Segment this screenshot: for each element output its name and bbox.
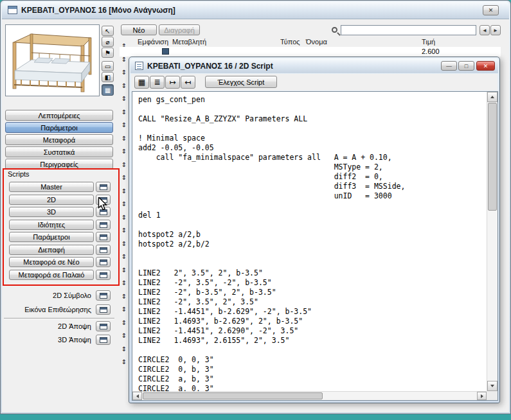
left-panel-separator (4, 318, 114, 319)
table-row[interactable]: 2.600 (120, 47, 501, 57)
row-drag-handle[interactable]: ⇕ (120, 132, 129, 146)
column-header-variable[interactable]: Μεταβλητή (172, 38, 206, 46)
window-icon (100, 337, 107, 343)
row-drag-handle[interactable]: ⇕ (120, 317, 129, 330)
script-open-window-button-interface[interactable] (96, 245, 111, 255)
outdent-tool-button[interactable]: ↤ (181, 76, 195, 89)
script-open-window-button-backward-migration[interactable] (96, 270, 111, 280)
horizontal-scrollbar[interactable] (132, 391, 487, 400)
horizontal-scroll-thumb[interactable] (143, 392, 323, 399)
delete-parameter-button[interactable]: Διαγραφή (159, 24, 200, 35)
script-button-forward-migration[interactable]: Μεταφορά σε Νέο (9, 257, 94, 267)
script-button-parameters[interactable]: Παράμετροι (9, 232, 94, 242)
main-titlebar[interactable]: ΚΡΕΒΑΤΙ_ΟΥΡΑΝΟΣ 16 [Μόνο Ανάγνωση] ✕ (2, 2, 509, 19)
nav-button-parameters[interactable]: Παράμετροι (5, 122, 113, 133)
row-drag-handle[interactable]: ⇕ (120, 171, 129, 185)
row-drag-handle[interactable]: ⇕ (120, 356, 129, 369)
nav-button-components[interactable]: Συστατικά (5, 146, 113, 157)
nav-button-migration[interactable]: Μεταφορά (5, 134, 113, 145)
2d-view-label: 2D Άποψη (5, 321, 94, 331)
search-input[interactable] (341, 25, 476, 35)
script-row-3d: 3D (9, 207, 111, 217)
column-header-display[interactable]: Εμφάνιση (138, 38, 168, 46)
script-open-window-button-3d[interactable] (96, 207, 111, 217)
outdent-icon: ↤ (184, 78, 191, 87)
script-open-window-button-parameters[interactable] (96, 232, 111, 242)
row-drag-handle[interactable]: ⇕ (120, 238, 129, 251)
row-drag-handle[interactable]: ⇕ (120, 159, 129, 172)
preview-ellipse-tool[interactable]: ⌀ (102, 37, 114, 47)
row-drag-handle[interactable]: ⇕ (120, 66, 129, 80)
preview-flag-tool[interactable]: ⚑ (102, 48, 114, 58)
main-window-title: ΚΡΕΒΑΤΙ_ΟΥΡΑΝΟΣ 16 [Μόνο Ανάγνωση] (21, 6, 175, 15)
preview-shaded-box-tool[interactable]: ◧ (102, 72, 114, 82)
window-icon (100, 184, 107, 190)
scroll-up-button[interactable] (487, 92, 498, 102)
open-preview-picture-window-button[interactable] (96, 304, 111, 315)
script-window-icon (135, 62, 143, 70)
vertical-scrollbar[interactable] (487, 92, 498, 391)
row-drag-handle[interactable]: ⇕ (120, 185, 129, 198)
row-drag-handle[interactable]: ⇕ (120, 343, 129, 356)
script-open-window-button-properties[interactable] (96, 220, 111, 230)
vertical-scroll-thumb[interactable] (488, 103, 497, 211)
script-code[interactable]: pen gs_cont_pen CALL "Resize_A_B_ZZYZX" … (138, 95, 405, 394)
script-open-window-button-forward-migration[interactable] (96, 257, 111, 267)
script-window-maximize-button[interactable]: □ (458, 61, 474, 71)
open-2d-view-window-button[interactable] (96, 321, 111, 331)
row-drag-handle[interactable]: ⇕ (120, 80, 129, 93)
column-header-type[interactable]: Τύπος (280, 38, 300, 46)
list-tool-button[interactable]: ≣ (150, 76, 165, 89)
preview-grid-tool[interactable]: ▦ (102, 84, 114, 96)
preview-pointer-tool[interactable]: ↖ (102, 26, 114, 36)
scroll-right-button[interactable] (477, 392, 487, 400)
main-close-button[interactable]: ✕ (483, 5, 499, 15)
script-window-minimize-button[interactable]: — (441, 61, 457, 71)
preview-box-tool[interactable]: ▭ (102, 61, 114, 71)
row-drag-handle[interactable]: ⇕ (120, 290, 129, 304)
row-drag-handle[interactable]: ⇕ (120, 119, 129, 132)
row-drag-handle[interactable]: ⇕ (120, 211, 129, 225)
open-2d-symbol-window-button[interactable] (96, 290, 111, 301)
row-drag-handle[interactable]: ⇕ (120, 145, 129, 159)
script-open-window-button-2d[interactable] (96, 195, 111, 205)
column-header-value[interactable]: Τιμή (422, 38, 435, 46)
row-drag-handle[interactable]: ⇕ (120, 198, 129, 211)
indent-tool-button[interactable]: ↦ (165, 76, 180, 89)
row-drag-handle[interactable]: ⇕ (120, 106, 129, 119)
script-editor-area[interactable]: pen gs_cont_pen CALL "Resize_A_B_ZZYZX" … (132, 91, 498, 401)
nav-button-details[interactable]: Λεπτομέρειες (5, 110, 113, 121)
row-handle-column: ⇕⇕⇕⇕⇕⇕⇕⇕⇕⇕⇕⇕⇕⇕⇕⇕⇕⇕⇕⇕⇕⇕⇕⇕⇕ (120, 40, 129, 369)
new-parameter-button[interactable]: Νέο (121, 24, 157, 35)
script-button-interface[interactable]: Διεπαφή (9, 245, 94, 255)
script-window-titlebar[interactable]: ΚΡΕΒΑΤΙ_ΟΥΡΑΝΟΣ 16 / 2D Script — □ ✕ (130, 58, 498, 73)
script-button-master[interactable]: Master (9, 182, 94, 192)
window-icon (100, 272, 107, 278)
script-button-2d[interactable]: 2D (9, 195, 94, 205)
dot-grid-tool-button[interactable]: ▦ (134, 76, 149, 89)
row-drag-handle[interactable]: ⇕ (120, 277, 129, 290)
script-open-window-button-master[interactable] (96, 182, 111, 192)
row-drag-handle[interactable]: ⇕ (120, 329, 129, 343)
script-button-3d[interactable]: 3D (9, 207, 94, 217)
script-window-close-button[interactable]: ✕ (476, 61, 495, 71)
arrow-up-icon (490, 96, 494, 98)
script-button-properties[interactable]: Ιδιότητες (9, 220, 94, 230)
scroll-left-button[interactable] (132, 392, 142, 400)
row-drag-handle[interactable]: ⇕ (120, 264, 129, 277)
row-drag-handle[interactable]: ⇕ (120, 224, 129, 238)
find-next-button[interactable]: ► (490, 25, 501, 35)
open-3d-view-window-button[interactable] (96, 335, 111, 345)
scroll-down-button[interactable] (487, 381, 498, 391)
row-drag-handle[interactable]: ⇕ (120, 92, 129, 106)
find-previous-button[interactable]: ◄ (480, 25, 490, 35)
check-script-button[interactable]: Έλεγχος Script (205, 76, 277, 88)
row-drag-handle[interactable]: ⇕ (120, 303, 129, 317)
indent-icon: ↦ (169, 78, 175, 87)
row-drag-handle[interactable]: ⇕ (120, 250, 129, 264)
column-header-name[interactable]: Όνομα (306, 38, 327, 46)
nav-button-descriptors[interactable]: Περιγραφείς (5, 159, 113, 170)
script-button-backward-migration[interactable]: Μεταφορά σε Παλαιό (9, 270, 94, 280)
window-icon (100, 247, 107, 253)
list-icon: ≣ (154, 78, 160, 87)
